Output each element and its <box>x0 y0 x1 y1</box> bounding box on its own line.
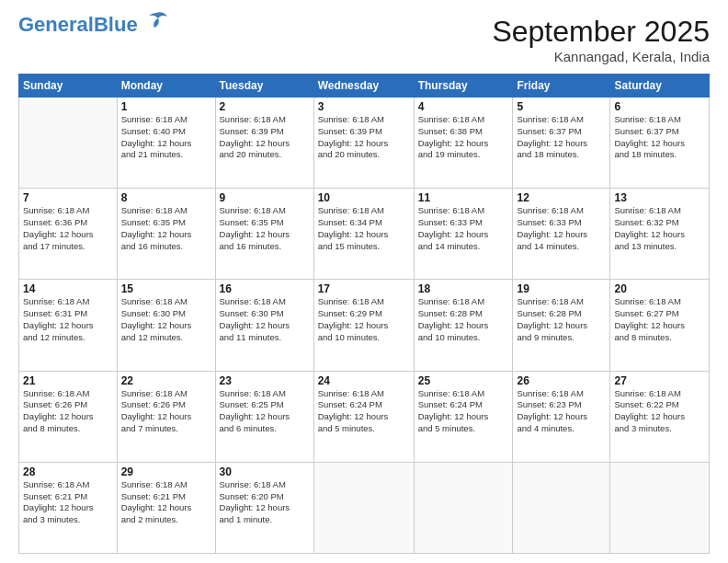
col-wednesday: Wednesday <box>313 75 414 98</box>
day-number: 18 <box>418 282 509 295</box>
col-friday: Friday <box>513 75 610 98</box>
day-number: 23 <box>220 374 310 387</box>
logo: GeneralBlue <box>18 15 169 35</box>
day-number: 20 <box>614 282 705 295</box>
table-row: 19Sunrise: 6:18 AM Sunset: 6:28 PM Dayli… <box>513 280 610 371</box>
day-info: Sunrise: 6:18 AM Sunset: 6:24 PM Dayligh… <box>318 388 410 435</box>
table-row: 17Sunrise: 6:18 AM Sunset: 6:29 PM Dayli… <box>313 280 414 371</box>
location: Kannangad, Kerala, India <box>492 49 710 64</box>
day-info: Sunrise: 6:18 AM Sunset: 6:28 PM Dayligh… <box>418 296 509 343</box>
day-info: Sunrise: 6:18 AM Sunset: 6:30 PM Dayligh… <box>220 296 310 343</box>
day-info: Sunrise: 6:18 AM Sunset: 6:32 PM Dayligh… <box>614 205 705 252</box>
day-number: 1 <box>121 100 211 113</box>
day-number: 19 <box>517 282 606 295</box>
table-row: 30Sunrise: 6:18 AM Sunset: 6:20 PM Dayli… <box>215 462 313 553</box>
calendar-week-row: 7Sunrise: 6:18 AM Sunset: 6:36 PM Daylig… <box>19 189 710 280</box>
day-info: Sunrise: 6:18 AM Sunset: 6:37 PM Dayligh… <box>614 114 705 161</box>
calendar-week-row: 28Sunrise: 6:18 AM Sunset: 6:21 PM Dayli… <box>19 462 710 553</box>
day-info: Sunrise: 6:18 AM Sunset: 6:21 PM Dayligh… <box>23 479 113 526</box>
table-row: 18Sunrise: 6:18 AM Sunset: 6:28 PM Dayli… <box>414 280 513 371</box>
day-number: 30 <box>220 465 310 478</box>
table-row: 29Sunrise: 6:18 AM Sunset: 6:21 PM Dayli… <box>117 462 215 553</box>
table-row: 16Sunrise: 6:18 AM Sunset: 6:30 PM Dayli… <box>215 280 313 371</box>
table-row <box>610 462 710 553</box>
calendar-header-row: Sunday Monday Tuesday Wednesday Thursday… <box>19 75 710 98</box>
day-info: Sunrise: 6:18 AM Sunset: 6:33 PM Dayligh… <box>517 205 606 252</box>
table-row: 11Sunrise: 6:18 AM Sunset: 6:33 PM Dayli… <box>414 189 513 280</box>
day-number: 27 <box>614 374 705 387</box>
table-row: 8Sunrise: 6:18 AM Sunset: 6:35 PM Daylig… <box>117 189 215 280</box>
day-number: 26 <box>517 374 606 387</box>
table-row: 2Sunrise: 6:18 AM Sunset: 6:39 PM Daylig… <box>215 98 313 189</box>
calendar-week-row: 1Sunrise: 6:18 AM Sunset: 6:40 PM Daylig… <box>19 98 710 189</box>
day-info: Sunrise: 6:18 AM Sunset: 6:26 PM Dayligh… <box>23 388 113 435</box>
day-info: Sunrise: 6:18 AM Sunset: 6:30 PM Dayligh… <box>121 296 211 343</box>
day-info: Sunrise: 6:18 AM Sunset: 6:34 PM Dayligh… <box>318 205 410 252</box>
day-info: Sunrise: 6:18 AM Sunset: 6:37 PM Dayligh… <box>517 114 606 161</box>
table-row: 10Sunrise: 6:18 AM Sunset: 6:34 PM Dayli… <box>313 189 414 280</box>
table-row: 22Sunrise: 6:18 AM Sunset: 6:26 PM Dayli… <box>117 371 215 462</box>
table-row: 15Sunrise: 6:18 AM Sunset: 6:30 PM Dayli… <box>117 280 215 371</box>
day-info: Sunrise: 6:18 AM Sunset: 6:24 PM Dayligh… <box>418 388 509 435</box>
day-number: 17 <box>318 282 410 295</box>
day-info: Sunrise: 6:18 AM Sunset: 6:23 PM Dayligh… <box>517 388 606 435</box>
month-title: September 2025 <box>492 15 710 49</box>
day-number: 11 <box>418 191 509 204</box>
table-row <box>19 98 118 189</box>
day-info: Sunrise: 6:18 AM Sunset: 6:33 PM Dayligh… <box>418 205 509 252</box>
table-row: 20Sunrise: 6:18 AM Sunset: 6:27 PM Dayli… <box>610 280 710 371</box>
table-row: 1Sunrise: 6:18 AM Sunset: 6:40 PM Daylig… <box>117 98 215 189</box>
page: GeneralBlue September 2025 Kannangad, Ke… <box>0 0 728 563</box>
col-monday: Monday <box>117 75 215 98</box>
day-number: 5 <box>517 100 606 113</box>
table-row: 7Sunrise: 6:18 AM Sunset: 6:36 PM Daylig… <box>19 189 118 280</box>
col-sunday: Sunday <box>19 75 118 98</box>
day-number: 15 <box>121 282 211 295</box>
table-row: 21Sunrise: 6:18 AM Sunset: 6:26 PM Dayli… <box>19 371 118 462</box>
day-number: 4 <box>418 100 509 113</box>
table-row: 12Sunrise: 6:18 AM Sunset: 6:33 PM Dayli… <box>513 189 610 280</box>
day-info: Sunrise: 6:18 AM Sunset: 6:38 PM Dayligh… <box>418 114 509 161</box>
logo-text: GeneralBlue <box>18 15 138 35</box>
day-number: 10 <box>318 191 410 204</box>
table-row: 4Sunrise: 6:18 AM Sunset: 6:38 PM Daylig… <box>414 98 513 189</box>
title-block: September 2025 Kannangad, Kerala, India <box>492 15 710 64</box>
day-number: 16 <box>220 282 310 295</box>
day-number: 6 <box>614 100 705 113</box>
day-info: Sunrise: 6:18 AM Sunset: 6:26 PM Dayligh… <box>121 388 211 435</box>
table-row <box>313 462 414 553</box>
day-number: 9 <box>220 191 310 204</box>
calendar-table: Sunday Monday Tuesday Wednesday Thursday… <box>18 74 710 554</box>
table-row: 27Sunrise: 6:18 AM Sunset: 6:22 PM Dayli… <box>610 371 710 462</box>
table-row <box>513 462 610 553</box>
col-thursday: Thursday <box>414 75 513 98</box>
table-row: 14Sunrise: 6:18 AM Sunset: 6:31 PM Dayli… <box>19 280 118 371</box>
day-info: Sunrise: 6:18 AM Sunset: 6:28 PM Dayligh… <box>517 296 606 343</box>
day-info: Sunrise: 6:18 AM Sunset: 6:35 PM Dayligh… <box>220 205 310 252</box>
table-row: 23Sunrise: 6:18 AM Sunset: 6:25 PM Dayli… <box>215 371 313 462</box>
day-number: 8 <box>121 191 211 204</box>
day-number: 28 <box>23 465 113 478</box>
day-info: Sunrise: 6:18 AM Sunset: 6:35 PM Dayligh… <box>121 205 211 252</box>
day-number: 21 <box>23 374 113 387</box>
day-info: Sunrise: 6:18 AM Sunset: 6:29 PM Dayligh… <box>318 296 410 343</box>
day-info: Sunrise: 6:18 AM Sunset: 6:22 PM Dayligh… <box>614 388 705 435</box>
day-number: 24 <box>318 374 410 387</box>
day-number: 12 <box>517 191 606 204</box>
day-number: 25 <box>418 374 509 387</box>
header: GeneralBlue September 2025 Kannangad, Ke… <box>18 15 710 64</box>
calendar-week-row: 14Sunrise: 6:18 AM Sunset: 6:31 PM Dayli… <box>19 280 710 371</box>
day-number: 29 <box>121 465 211 478</box>
day-info: Sunrise: 6:18 AM Sunset: 6:21 PM Dayligh… <box>121 479 211 526</box>
day-number: 14 <box>23 282 113 295</box>
table-row: 6Sunrise: 6:18 AM Sunset: 6:37 PM Daylig… <box>610 98 710 189</box>
day-number: 2 <box>220 100 310 113</box>
table-row: 5Sunrise: 6:18 AM Sunset: 6:37 PM Daylig… <box>513 98 610 189</box>
table-row: 3Sunrise: 6:18 AM Sunset: 6:39 PM Daylig… <box>313 98 414 189</box>
day-info: Sunrise: 6:18 AM Sunset: 6:39 PM Dayligh… <box>318 114 410 161</box>
day-info: Sunrise: 6:18 AM Sunset: 6:36 PM Dayligh… <box>23 205 113 252</box>
table-row: 25Sunrise: 6:18 AM Sunset: 6:24 PM Dayli… <box>414 371 513 462</box>
table-row <box>414 462 513 553</box>
day-info: Sunrise: 6:18 AM Sunset: 6:40 PM Dayligh… <box>121 114 211 161</box>
col-saturday: Saturday <box>610 75 710 98</box>
